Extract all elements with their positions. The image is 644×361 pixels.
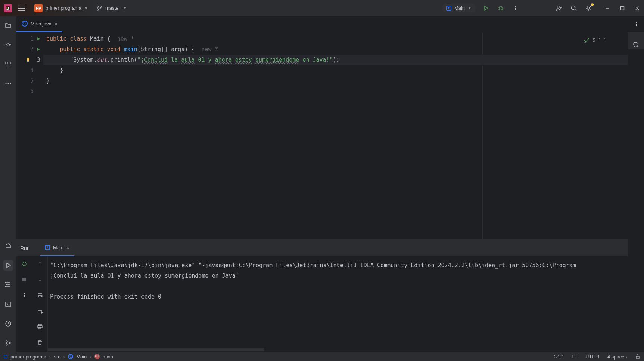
branch-icon bbox=[96, 5, 102, 11]
terminal-tool-button[interactable] bbox=[3, 299, 13, 309]
svg-rect-15 bbox=[9, 62, 11, 64]
encoding[interactable]: UTF-8 bbox=[585, 354, 599, 360]
svg-point-24 bbox=[6, 344, 7, 345]
crumb[interactable]: primer programa bbox=[10, 354, 46, 360]
title-bar-right: Main ▼ bbox=[442, 4, 640, 13]
structure-tool-button[interactable] bbox=[3, 59, 13, 70]
chevron-right-icon: › bbox=[49, 354, 51, 360]
crumb[interactable]: Main bbox=[76, 354, 87, 360]
svg-point-9 bbox=[557, 6, 559, 8]
more-actions-button[interactable] bbox=[511, 4, 520, 13]
gutter-line[interactable]: 4 bbox=[16, 65, 43, 75]
commit-tool-button[interactable] bbox=[3, 40, 13, 50]
services-tool-button[interactable] bbox=[3, 280, 13, 290]
breadcrumb[interactable]: primer programa › src › Main › main bbox=[4, 354, 113, 360]
svg-point-8 bbox=[515, 9, 516, 10]
tab-close-button[interactable]: × bbox=[55, 21, 57, 27]
more-tools-button[interactable] bbox=[3, 78, 13, 89]
line-separator[interactable]: LF bbox=[572, 354, 577, 360]
run-config-icon bbox=[446, 6, 451, 11]
search-icon[interactable] bbox=[569, 4, 578, 13]
caret-position[interactable]: 3:29 bbox=[554, 354, 563, 360]
app-icon bbox=[4, 4, 12, 12]
chevron-down-icon: ▼ bbox=[123, 6, 127, 10]
tab-more-button[interactable] bbox=[632, 20, 641, 29]
method-icon bbox=[94, 354, 100, 359]
minimize-button[interactable] bbox=[604, 5, 610, 11]
status-bar: primer programa › src › Main › main 3:29… bbox=[0, 352, 644, 361]
project-tool-button[interactable] bbox=[3, 20, 13, 31]
console-line bbox=[50, 281, 625, 291]
git-branch-selector[interactable]: master ▼ bbox=[96, 5, 127, 11]
crumb[interactable]: main bbox=[103, 354, 113, 360]
settings-icon[interactable] bbox=[584, 4, 593, 13]
svg-point-11 bbox=[588, 7, 590, 9]
svg-point-28 bbox=[636, 25, 637, 26]
scroll-up-icon[interactable] bbox=[35, 259, 44, 268]
console-line: ¡Concluí la aula 01 y ahora estoy sumerg… bbox=[50, 271, 625, 281]
chevron-down-icon: ▼ bbox=[468, 6, 472, 10]
gutter-line[interactable]: 1 bbox=[16, 34, 43, 44]
run-more-button[interactable] bbox=[20, 291, 29, 300]
build-tool-button[interactable] bbox=[3, 241, 13, 251]
gutter-run-icon[interactable] bbox=[37, 47, 40, 51]
soft-wrap-icon[interactable] bbox=[35, 291, 44, 300]
svg-rect-36 bbox=[39, 327, 41, 329]
run-tool-button[interactable] bbox=[3, 260, 13, 271]
run-toolbar-1 bbox=[16, 256, 32, 352]
java-class-icon bbox=[22, 21, 28, 27]
project-badge: PP bbox=[34, 4, 43, 12]
print-icon[interactable] bbox=[35, 322, 44, 331]
readonly-lock-icon[interactable] bbox=[635, 354, 640, 359]
console-output[interactable]: "C:\Program Files\Java\jdk-17\bin\java.e… bbox=[48, 256, 628, 352]
console-line: "C:\Program Files\Java\jdk-17\bin\java.e… bbox=[50, 260, 625, 271]
svg-point-31 bbox=[24, 293, 25, 294]
java-class-icon bbox=[68, 354, 73, 359]
svg-rect-16 bbox=[7, 65, 9, 67]
run-tab[interactable]: Main × bbox=[40, 240, 75, 256]
scroll-to-end-icon[interactable] bbox=[35, 306, 44, 315]
svg-point-32 bbox=[24, 295, 25, 296]
gutter-line[interactable]: 5 bbox=[16, 75, 43, 86]
run-config-selector[interactable]: Main ▼ bbox=[442, 4, 475, 12]
close-button[interactable] bbox=[634, 5, 640, 11]
main-area: Main.java × 5 ˄ ˅ 1 2 3 4 5 6 public cla… bbox=[16, 16, 644, 352]
chevron-right-icon: › bbox=[63, 354, 65, 360]
chevron-right-icon: › bbox=[90, 354, 91, 360]
editor-tabs: Main.java × bbox=[16, 16, 644, 32]
gutter-line[interactable]: 2 bbox=[16, 44, 43, 55]
run-tab-label: Main bbox=[53, 245, 63, 250]
crumb[interactable]: src bbox=[54, 354, 60, 360]
gutter-run-icon[interactable] bbox=[37, 37, 40, 41]
code-body[interactable]: public class Main { new * public static … bbox=[43, 32, 628, 239]
code-editor[interactable]: 5 ˄ ˅ 1 2 3 4 5 6 public class Main { ne… bbox=[16, 32, 628, 239]
run-title: Run bbox=[20, 245, 30, 251]
svg-rect-12 bbox=[621, 6, 624, 10]
intention-bulb-icon[interactable] bbox=[25, 57, 31, 62]
debug-button[interactable] bbox=[496, 4, 505, 13]
indent[interactable]: 4 spaces bbox=[607, 354, 627, 360]
svg-point-6 bbox=[515, 6, 516, 7]
scroll-down-icon[interactable] bbox=[35, 275, 44, 284]
project-selector[interactable]: PP primer programa ▼ bbox=[31, 3, 91, 14]
run-button[interactable] bbox=[481, 4, 490, 13]
svg-point-2 bbox=[97, 6, 99, 7]
maximize-button[interactable] bbox=[619, 5, 625, 11]
clear-icon[interactable] bbox=[35, 338, 44, 347]
gutter-line[interactable]: 3 bbox=[16, 55, 43, 65]
svg-rect-29 bbox=[27, 61, 29, 62]
stop-button[interactable] bbox=[20, 275, 29, 284]
svg-point-25 bbox=[9, 342, 10, 344]
window-controls bbox=[604, 5, 640, 11]
add-user-icon[interactable] bbox=[554, 4, 563, 13]
module-icon bbox=[4, 355, 7, 358]
tab-close-button[interactable]: × bbox=[66, 245, 69, 250]
gutter-line[interactable]: 6 bbox=[16, 86, 43, 96]
editor-tab-main[interactable]: Main.java × bbox=[16, 16, 62, 32]
main-menu-icon[interactable] bbox=[17, 4, 26, 13]
rerun-button[interactable] bbox=[20, 259, 29, 268]
problems-tool-button[interactable] bbox=[3, 318, 13, 329]
left-tool-strip bbox=[0, 16, 16, 352]
vcs-tool-button[interactable] bbox=[3, 338, 13, 348]
h-scrollbar-thumb[interactable] bbox=[48, 348, 264, 351]
